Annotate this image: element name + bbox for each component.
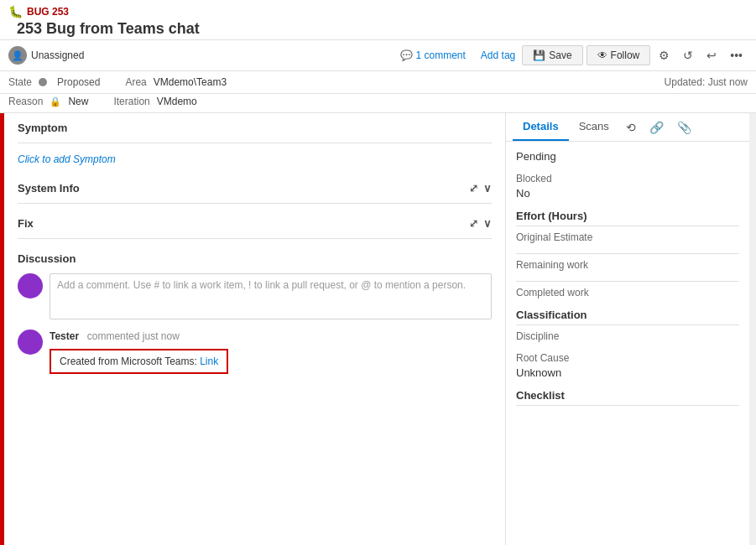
systeminfo-label: System Info [18, 182, 80, 195]
blocked-field: Blocked No [516, 173, 739, 200]
comment-input-row: Add a comment. Use # to link a work item… [18, 273, 492, 319]
expand-icon: ⤢ [469, 217, 478, 230]
assignee-field[interactable]: 👤 Unassigned [8, 46, 377, 65]
comment-time: commented just now [87, 330, 180, 342]
root-cause-field[interactable]: Root Cause Unknown [516, 352, 739, 379]
comment-count: 1 comment [416, 49, 466, 61]
state-field[interactable]: State Proposed [8, 76, 100, 88]
follow-icon: 👁 [597, 49, 607, 61]
link-icon[interactable]: 🔗 [643, 114, 670, 141]
commenter-avatar [18, 330, 43, 355]
symptom-placeholder[interactable]: Click to add Symptom [18, 150, 492, 169]
symptom-header: Symptom [18, 122, 492, 138]
state-dot [39, 78, 47, 86]
bug-icon: 🐛 [8, 5, 23, 18]
remaining-work-label: Remaining work [516, 259, 739, 271]
bug-id: BUG 253 [27, 6, 69, 18]
comment-input[interactable]: Add a comment. Use # to link a work item… [50, 273, 492, 319]
systeminfo-header: System Info ⤢ ∨ [18, 182, 492, 198]
original-estimate-field[interactable]: Original Estimate [516, 231, 739, 243]
tab-scans[interactable]: Scans [569, 113, 619, 141]
more-button[interactable]: ••• [725, 45, 748, 65]
systeminfo-expand[interactable]: ⤢ ∨ [469, 182, 492, 195]
comment-content: Tester commented just now Created from M… [50, 330, 492, 374]
completed-work-label: Completed work [516, 287, 739, 298]
blocked-value: No [516, 187, 739, 200]
comment-icon: 💬 [400, 49, 413, 61]
page-title: 253 Bug from Teams chat [17, 20, 739, 38]
attachment-icon[interactable]: 📎 [670, 114, 698, 141]
right-content: Pending Blocked No Effort (Hours) Origin… [506, 142, 749, 545]
follow-button[interactable]: 👁 Follow [587, 45, 651, 65]
toolbar: 👤 Unassigned 💬 1 comment Add tag 💾 Save … [0, 40, 756, 71]
reason-field[interactable]: Reason 🔒 New [8, 96, 88, 107]
root-cause-value: Unknown [516, 366, 739, 379]
scrollbar[interactable] [749, 113, 756, 545]
fix-section: Fix ⤢ ∨ [18, 217, 492, 239]
discipline-label: Discipline [516, 330, 739, 342]
original-estimate-label: Original Estimate [516, 231, 739, 243]
blocked-label: Blocked [516, 173, 739, 184]
add-tag-button[interactable]: Add tag [481, 49, 515, 61]
updated-text: Updated: Just now [665, 76, 748, 88]
area-value: VMdemo\Team3 [154, 76, 227, 88]
iteration-value: VMdemo [157, 96, 197, 107]
left-panel: Symptom Click to add Symptom System Info… [4, 113, 506, 545]
meta-row: State Proposed Area VMdemo\Team3 Updated… [0, 71, 756, 94]
right-panel: Details Scans ⟲ 🔗 📎 Pending Blocked No [506, 113, 749, 545]
fix-expand[interactable]: ⤢ ∨ [469, 217, 492, 230]
comment-link[interactable]: Link [200, 356, 218, 367]
tabs-row: Details Scans ⟲ 🔗 📎 [506, 113, 749, 142]
meta-row-2: Reason 🔒 New Iteration VMdemo [0, 94, 756, 113]
iteration-label: Iteration [113, 96, 149, 107]
settings-button[interactable]: ⚙ [654, 45, 675, 65]
assignee-label: Unassigned [31, 49, 84, 61]
reason-value: New [68, 96, 88, 107]
iteration-field[interactable]: Iteration VMdemo [113, 96, 196, 107]
discussion-label: Discussion [18, 252, 492, 265]
symptom-label: Symptom [18, 122, 67, 134]
collapse-icon: ∨ [483, 182, 492, 195]
bug-label: 🐛 BUG 253 [8, 5, 748, 18]
remaining-work-field[interactable]: Remaining work [516, 259, 739, 271]
undo-button[interactable]: ↩ [701, 45, 722, 65]
discussion-section: Discussion Add a comment. Use # to link … [18, 252, 492, 374]
discipline-field[interactable]: Discipline [516, 330, 739, 342]
comment-text-box: Created from Microsoft Teams: Link [50, 349, 228, 374]
collapse-icon: ∨ [483, 217, 492, 230]
systeminfo-section: System Info ⤢ ∨ [18, 182, 492, 204]
pending-field: Pending [516, 150, 739, 163]
root-cause-label: Root Cause [516, 352, 739, 364]
save-icon: 💾 [533, 49, 545, 61]
state-label: State [8, 76, 32, 88]
save-button[interactable]: 💾 Save [522, 45, 582, 65]
avatar: 👤 [8, 46, 27, 65]
refresh-button[interactable]: ↺ [678, 45, 698, 65]
tab-details[interactable]: Details [513, 113, 569, 141]
comment-link[interactable]: 💬 1 comment [400, 49, 466, 61]
history-icon[interactable]: ⟲ [619, 114, 643, 141]
completed-work-field[interactable]: Completed work [516, 287, 739, 298]
tab-scans-label: Scans [579, 120, 609, 132]
lock-icon: 🔒 [50, 96, 61, 107]
follow-label: Follow [611, 49, 640, 61]
area-label: Area [125, 76, 146, 88]
pending-value: Pending [516, 150, 739, 163]
save-label: Save [549, 49, 571, 61]
comment-text: Created from Microsoft Teams: [60, 356, 200, 367]
effort-header: Effort (Hours) [516, 210, 739, 226]
symptom-section: Symptom Click to add Symptom [18, 122, 492, 169]
current-user-avatar [18, 273, 43, 298]
reason-label: Reason [8, 96, 43, 107]
area-field[interactable]: Area VMdemo\Team3 [125, 76, 227, 88]
toolbar-actions: 💾 Save 👁 Follow ⚙ ↺ ↩ ••• [522, 45, 748, 65]
comment-entry: Tester commented just now Created from M… [18, 330, 492, 374]
classification-header: Classification [516, 309, 739, 325]
fix-label: Fix [18, 217, 34, 230]
state-value: Proposed [57, 76, 100, 88]
comment-author: Tester [50, 330, 79, 342]
checklist-header: Checklist [516, 389, 739, 406]
tab-details-label: Details [523, 120, 559, 132]
expand-icon: ⤢ [469, 182, 478, 195]
fix-header: Fix ⤢ ∨ [18, 217, 492, 233]
